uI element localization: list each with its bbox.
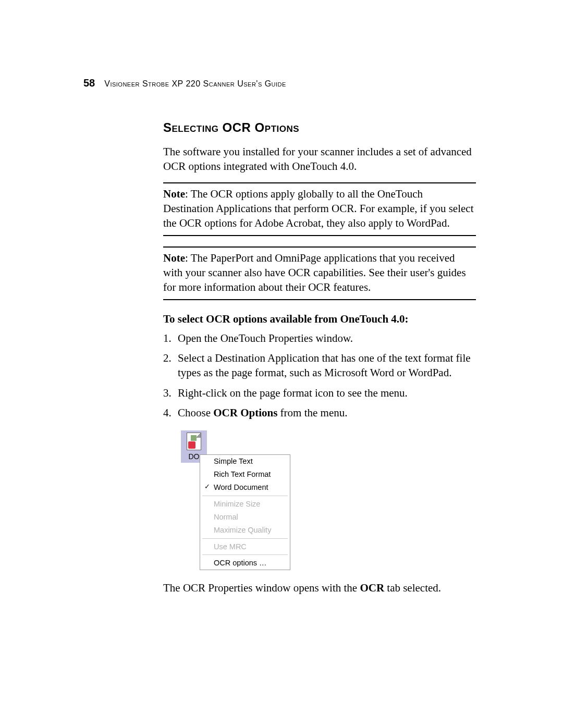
step-1: Open the OneTouch Properties window. — [163, 331, 476, 346]
menu-item-rich-text[interactable]: Rich Text Format — [200, 468, 290, 481]
menu-separator — [202, 538, 288, 539]
menu-item-use-mrc: Use MRC — [200, 540, 290, 553]
menu-separator — [202, 496, 288, 496]
header-title: Visioneer Strobe XP 220 Scanner User's G… — [104, 79, 286, 89]
page-header: 58 Visioneer Strobe XP 220 Scanner User'… — [83, 77, 480, 89]
note-box-1: Note: The OCR options apply globally to … — [163, 182, 476, 236]
menu-item-minimize-size: Minimize Size — [200, 498, 290, 511]
note-label: Note — [163, 188, 185, 200]
note-text-1: : The OCR options apply globally to all … — [163, 188, 473, 230]
intro-paragraph: The software you installed for your scan… — [163, 144, 476, 174]
context-menu: Simple Text Rich Text Format Word Docume… — [200, 454, 290, 570]
section-heading: Selecting OCR Options — [163, 120, 476, 135]
page-number: 58 — [83, 77, 95, 89]
content-area: Selecting OCR Options The software you i… — [163, 120, 476, 596]
note-label: Note — [163, 252, 185, 264]
menu-figure: DO Simple Text Rich Text Format Word Doc… — [181, 430, 476, 570]
menu-item-word-document[interactable]: Word Document — [200, 481, 290, 494]
note-box-2: Note: The PaperPort and OmniPage applica… — [163, 246, 476, 300]
closing-post: tab selected. — [384, 582, 441, 594]
menu-separator — [202, 554, 288, 555]
sub-heading: To select OCR options available from One… — [163, 313, 476, 326]
menu-item-simple-text[interactable]: Simple Text — [200, 455, 290, 468]
step-3: Right-click on the page format icon to s… — [163, 386, 476, 400]
document-icon — [187, 433, 201, 450]
note-text-2: : The PaperPort and OmniPage application… — [163, 252, 466, 294]
step-4-post: from the menu. — [277, 406, 347, 419]
step-2: Select a Destination Application that ha… — [163, 351, 476, 380]
closing-bold: OCR — [360, 582, 384, 594]
closing-pre: The OCR Properties window opens with the — [163, 582, 360, 594]
step-4-bold: OCR Options — [213, 406, 277, 419]
step-list: Open the OneTouch Properties window. Sel… — [163, 331, 476, 421]
menu-item-ocr-options[interactable]: OCR options … — [200, 557, 290, 570]
document-page: 58 Visioneer Strobe XP 220 Scanner User'… — [83, 77, 480, 596]
step-4: Choose OCR Options from the menu. — [163, 405, 476, 420]
step-4-pre: Choose — [178, 406, 213, 419]
menu-item-maximize-quality: Maximize Quality — [200, 524, 290, 537]
closing-paragraph: The OCR Properties window opens with the… — [163, 581, 476, 595]
menu-item-normal: Normal — [200, 511, 290, 524]
